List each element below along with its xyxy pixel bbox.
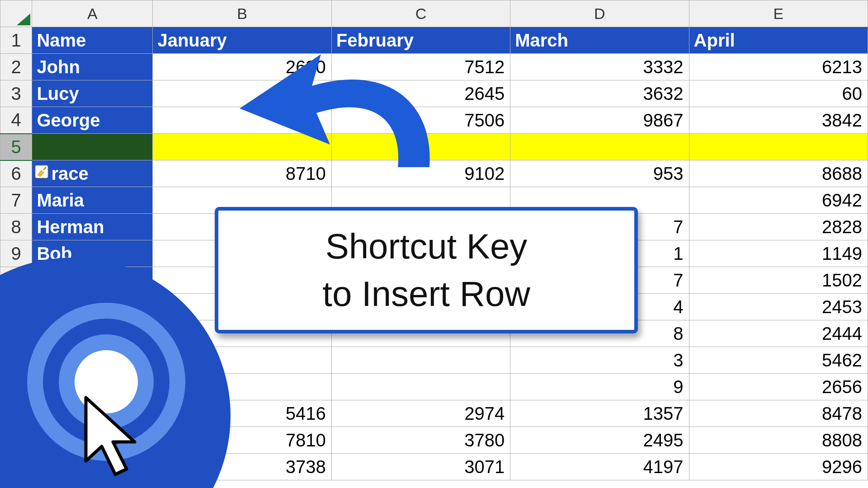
data-cell[interactable]: 3780 xyxy=(331,427,510,454)
column-header-row: A B C D E xyxy=(0,0,868,27)
data-cell[interactable]: 953 xyxy=(510,160,689,187)
data-cell[interactable]: 7512 xyxy=(331,54,510,80)
col-header-A[interactable]: A xyxy=(32,0,153,27)
table-row: 1NameJanuaryFebruaryMarchApril xyxy=(0,27,868,54)
data-cell[interactable]: 3632 xyxy=(510,80,689,107)
cursor-icon xyxy=(77,393,154,479)
data-cell[interactable]: 2680 xyxy=(153,54,331,80)
paste-options-icon[interactable] xyxy=(35,165,48,178)
data-cell[interactable]: 3071 xyxy=(331,454,510,480)
data-cell[interactable] xyxy=(331,134,510,160)
data-cell[interactable]: 2828 xyxy=(689,214,868,240)
name-cell[interactable]: race xyxy=(32,160,153,187)
name-cell[interactable]: Lucy xyxy=(32,80,153,107)
name-cell[interactable]: George xyxy=(32,107,153,134)
row-header[interactable]: 8 xyxy=(0,214,32,240)
table-row: 5 xyxy=(0,134,868,160)
select-all-icon xyxy=(17,14,30,25)
name-cell[interactable]: John xyxy=(32,54,153,80)
data-cell[interactable] xyxy=(689,134,868,160)
data-cell[interactable] xyxy=(153,134,331,160)
table-row: 6race871091029538688 xyxy=(0,160,868,187)
data-cell[interactable] xyxy=(510,134,689,160)
header-cell[interactable]: January xyxy=(153,27,331,54)
col-header-E[interactable]: E xyxy=(689,0,868,27)
row-header[interactable]: 3 xyxy=(0,80,32,107)
data-cell[interactable]: 1502 xyxy=(689,267,868,294)
name-text: John xyxy=(37,57,80,77)
data-cell[interactable] xyxy=(153,107,331,134)
name-cell[interactable] xyxy=(32,134,153,160)
row-header[interactable]: 9 xyxy=(0,240,32,267)
name-text: Herman xyxy=(37,217,104,237)
callout-box: Shortcut Key to Insert Row xyxy=(215,207,638,333)
row-header[interactable]: 1 xyxy=(0,27,32,54)
data-cell[interactable]: 8710 xyxy=(153,160,331,187)
data-cell[interactable]: 7506 xyxy=(331,107,510,134)
data-cell[interactable]: 2656 xyxy=(689,374,868,400)
row-header[interactable]: 4 xyxy=(0,107,32,134)
svg-rect-0 xyxy=(35,165,48,178)
data-cell[interactable] xyxy=(153,80,331,107)
name-text: George xyxy=(37,110,100,130)
name-text: Lucy xyxy=(37,84,79,103)
data-cell[interactable]: 2495 xyxy=(510,427,689,454)
data-cell[interactable]: 3842 xyxy=(689,107,868,134)
row-header[interactable]: 6 xyxy=(0,160,32,187)
col-header-B[interactable]: B xyxy=(153,0,331,27)
data-cell[interactable]: 6942 xyxy=(689,187,868,214)
data-cell[interactable]: 2974 xyxy=(331,400,510,427)
data-cell[interactable]: 8688 xyxy=(689,160,868,187)
table-row: 4George750698673842 xyxy=(0,107,868,134)
name-cell[interactable]: Herman xyxy=(32,214,153,240)
data-cell[interactable]: 2645 xyxy=(331,80,510,107)
data-cell[interactable]: 3 xyxy=(510,347,689,374)
table-row: 2John2680751233326213 xyxy=(0,54,868,80)
data-cell[interactable]: 2453 xyxy=(689,294,868,320)
row-header[interactable]: 2 xyxy=(0,54,32,80)
data-cell[interactable]: 9 xyxy=(510,374,689,400)
name-text: race xyxy=(51,164,88,183)
name-cell[interactable]: Maria xyxy=(32,187,153,214)
data-cell[interactable]: 8478 xyxy=(689,400,868,427)
data-cell[interactable]: 3332 xyxy=(510,54,689,80)
data-cell[interactable]: 2444 xyxy=(689,320,868,347)
data-cell[interactable] xyxy=(331,347,510,374)
data-cell[interactable]: 9102 xyxy=(331,160,510,187)
table-row: 3Lucy2645363260 xyxy=(0,80,868,107)
header-cell[interactable]: April xyxy=(689,27,868,54)
row-header[interactable]: 7 xyxy=(0,187,32,214)
data-cell[interactable]: 1149 xyxy=(689,240,868,267)
row-header[interactable]: 5 xyxy=(0,134,32,160)
header-cell[interactable]: March xyxy=(510,27,689,54)
callout-line1: Shortcut Key xyxy=(322,223,530,270)
select-all-corner[interactable] xyxy=(0,0,32,27)
name-text: Maria xyxy=(37,190,84,210)
col-header-D[interactable]: D xyxy=(510,0,689,27)
header-cell[interactable]: February xyxy=(331,27,510,54)
callout-line2: to Insert Row xyxy=(322,270,530,318)
data-cell[interactable]: 4197 xyxy=(510,454,689,480)
data-cell[interactable]: 5462 xyxy=(689,347,868,374)
data-cell[interactable]: 60 xyxy=(689,80,868,107)
data-cell[interactable] xyxy=(331,374,510,400)
data-cell[interactable]: 1357 xyxy=(510,400,689,427)
data-cell[interactable]: 9867 xyxy=(510,107,689,134)
header-cell[interactable]: Name xyxy=(32,27,153,54)
data-cell[interactable]: 6213 xyxy=(689,54,868,80)
data-cell[interactable]: 9296 xyxy=(689,454,868,480)
col-header-C[interactable]: C xyxy=(331,0,510,27)
data-cell[interactable]: 8808 xyxy=(689,427,868,454)
